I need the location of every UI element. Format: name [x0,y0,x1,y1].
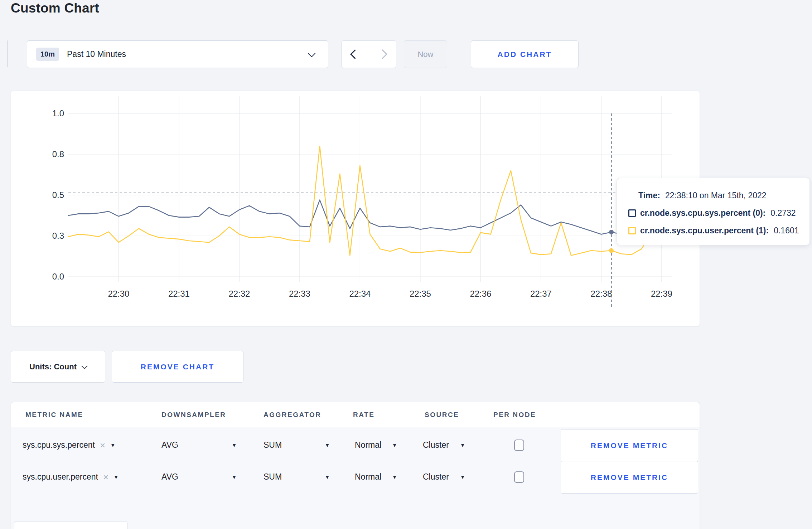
chart-panel: 1.00.80.50.30.022:3022:3122:3222:3322:34… [11,91,700,326]
tooltip-time-value: 22:38:10 on Mar 15th, 2022 [665,191,767,200]
downsampler-value: AVG [161,440,178,450]
per-node-checkbox[interactable] [514,471,524,483]
chevron-left-icon [350,49,360,59]
aggregator-value: SUM [264,472,282,482]
caret-down-icon: ▼ [110,442,115,448]
timescale-badge: 10m [36,48,59,61]
col-header-aggregator: AGGREGATOR [264,411,322,419]
caret-down-icon: ▼ [460,442,465,448]
x-axis-tick-label: 22:32 [221,289,257,299]
chart-hover-tooltip: Time: 22:38:10 on Mar 15th, 2022 cr.node… [617,178,810,245]
y-axis-tick-label: 0.8 [32,149,64,159]
add-metric-button[interactable]: ADD METRIC [14,521,127,529]
downsampler-select[interactable]: AVG ▼ [161,429,237,461]
y-axis-tick-label: 1.0 [32,108,64,118]
source-value: Cluster [423,472,449,482]
units-dropdown[interactable]: Units: Count [11,351,105,383]
chevron-down-icon [81,363,87,369]
col-header-metric-name: METRIC NAME [25,411,83,419]
tooltip-series-value: 0.1601 [774,226,799,236]
time-nav-group [341,40,396,68]
chevron-right-icon [378,49,387,59]
aggregator-value: SUM [264,440,282,450]
chevron-down-icon [308,50,315,57]
tooltip-series-row: cr.node.sys.cpu.user.percent (1): 0.1601 [628,224,809,237]
page-title: Custom Chart [11,1,99,16]
col-header-rate: RATE [353,411,374,419]
tooltip-series-row: cr.node.sys.cpu.sys.percent (0): 0.2732 [628,207,809,219]
now-button[interactable]: Now [404,40,447,68]
x-axis-tick-label: 22:36 [463,289,498,299]
tooltip-time-row: Time: 22:38:10 on Mar 15th, 2022 [638,189,809,202]
caret-down-icon: ▼ [113,474,119,480]
downsampler-select[interactable]: AVG ▼ [161,461,237,493]
source-select[interactable]: Cluster ▼ [423,429,465,461]
metrics-table: METRIC NAME DOWNSAMPLER AGGREGATOR RATE … [11,402,700,529]
x-axis-tick-label: 22:37 [523,289,559,299]
x-axis-tick-label: 22:39 [644,289,680,299]
caret-down-icon: ▼ [460,474,465,480]
rate-select[interactable]: Normal ▼ [355,461,397,493]
caret-down-icon: ▼ [325,474,330,480]
remove-metric-button[interactable]: REMOVE METRIC [561,461,698,494]
timescale-label: Past 10 Minutes [67,49,126,59]
rate-value: Normal [355,472,381,482]
tooltip-series-label: cr.node.sys.cpu.user.percent (1): [640,226,769,236]
remove-metric-button[interactable]: REMOVE METRIC [561,429,698,462]
timescale-dropdown[interactable]: 10m Past 10 Minutes [27,40,328,68]
x-axis-tick-label: 22:38 [583,289,619,299]
aggregator-select[interactable]: SUM ▼ [264,429,330,461]
time-next-button[interactable] [369,41,396,68]
caret-down-icon: ▼ [325,442,330,448]
metric-row: sys.cpu.user.percent × ▼ AVG ▼ SUM ▼ Nor… [11,461,700,493]
units-label: Units: Count [29,362,77,372]
time-prev-button[interactable] [342,41,369,68]
x-axis-tick-label: 22:30 [101,289,136,299]
source-select[interactable]: Cluster ▼ [423,461,465,493]
x-axis-tick-label: 22:34 [342,289,378,299]
y-axis-tick-label: 0.0 [32,272,64,282]
rate-value: Normal [355,440,381,450]
toolbar-left-divider [7,40,8,67]
add-chart-button[interactable]: ADD CHART [471,40,579,68]
y-axis-tick-label: 0.5 [32,190,64,200]
per-node-checkbox[interactable] [514,440,524,451]
caret-down-icon: ▼ [392,442,397,448]
x-axis-tick-label: 22:31 [161,289,197,299]
col-header-per-node: PER NODE [493,411,536,419]
metric-name-value: sys.cpu.sys.percent [23,440,95,450]
clear-metric-icon[interactable]: × [103,472,108,482]
metrics-table-body: sys.cpu.sys.percent × ▼ AVG ▼ SUM ▼ Norm… [11,427,700,529]
custom-chart-page: Custom Chart 10m Past 10 Minutes Now ADD… [0,0,812,529]
series-user-swatch-icon [628,227,636,234]
rate-select[interactable]: Normal ▼ [355,429,397,461]
x-axis-tick-label: 22:35 [402,289,438,299]
col-header-source: SOURCE [425,411,459,419]
caret-down-icon: ▼ [232,442,237,448]
col-header-downsampler: DOWNSAMPLER [161,411,226,419]
metric-name-dropdown[interactable]: sys.cpu.user.percent × ▼ [23,461,119,493]
remove-chart-button[interactable]: REMOVE CHART [112,351,243,383]
tooltip-series-label: cr.node.sys.cpu.sys.percent (0): [640,208,765,218]
metric-name-dropdown[interactable]: sys.cpu.sys.percent × ▼ [23,429,115,461]
series-sys-swatch-icon [628,209,636,217]
metric-row: sys.cpu.sys.percent × ▼ AVG ▼ SUM ▼ Norm… [11,429,700,461]
clear-metric-icon[interactable]: × [100,441,105,450]
source-value: Cluster [423,440,449,450]
metric-name-value: sys.cpu.user.percent [23,472,98,482]
tooltip-series-value: 0.2732 [770,208,796,218]
downsampler-value: AVG [161,472,178,482]
caret-down-icon: ▼ [392,474,397,480]
aggregator-select[interactable]: SUM ▼ [264,461,330,493]
y-axis-tick-label: 0.3 [32,231,64,241]
x-axis-tick-label: 22:33 [282,289,318,299]
tooltip-time-label: Time: [638,191,660,200]
caret-down-icon: ▼ [232,474,237,480]
